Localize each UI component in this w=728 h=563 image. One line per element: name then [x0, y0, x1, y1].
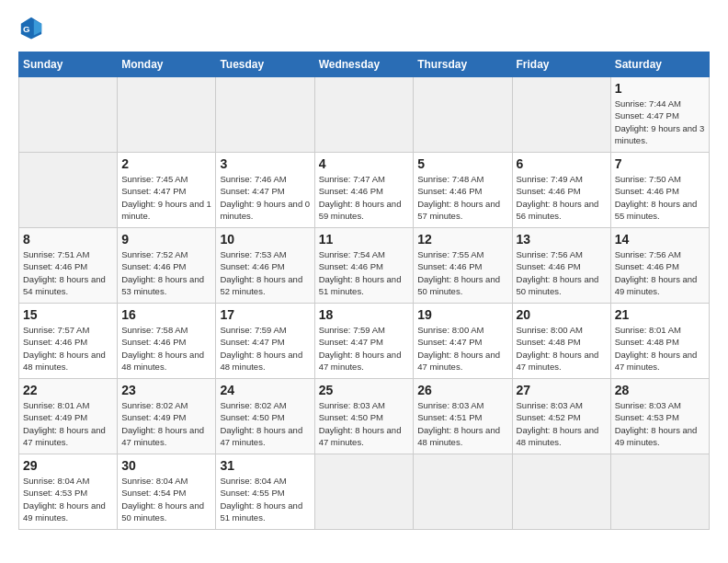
logo-icon: G [18, 15, 44, 40]
calendar-cell-empty [512, 454, 610, 530]
calendar-cell-day-25: 25Sunrise: 8:03 AMSunset: 4:50 PMDayligh… [314, 379, 414, 454]
calendar-cell-day-6: 6Sunrise: 7:49 AMSunset: 4:46 PMDaylight… [512, 153, 610, 228]
calendar-cell-day-5: 5Sunrise: 7:48 AMSunset: 4:46 PMDaylight… [414, 153, 512, 228]
calendar-cell-day-16: 16Sunrise: 7:58 AMSunset: 4:46 PMDayligh… [118, 304, 216, 379]
main-container: G SundayMondayTuesdayWednesdayThursdayFr… [0, 0, 728, 539]
calendar-cell-empty [512, 77, 610, 153]
calendar-cell-day-4: 4Sunrise: 7:47 AMSunset: 4:46 PMDaylight… [314, 153, 414, 228]
calendar-cell-day-8: 8Sunrise: 7:51 AMSunset: 4:46 PMDaylight… [19, 228, 118, 304]
calendar-cell-empty [314, 77, 414, 153]
calendar-cell-day-29: 29Sunrise: 8:04 AMSunset: 4:53 PMDayligh… [19, 454, 118, 530]
calendar-cell-day-12: 12Sunrise: 7:55 AMSunset: 4:46 PMDayligh… [414, 228, 512, 304]
calendar-header-row: SundayMondayTuesdayWednesdayThursdayFrid… [19, 52, 710, 77]
calendar-cell-day-21: 21Sunrise: 8:01 AMSunset: 4:48 PMDayligh… [610, 304, 709, 379]
calendar-cell-day-11: 11Sunrise: 7:54 AMSunset: 4:46 PMDayligh… [314, 228, 414, 304]
calendar-cell-day-26: 26Sunrise: 8:03 AMSunset: 4:51 PMDayligh… [414, 379, 512, 454]
calendar-cell-empty [216, 77, 314, 153]
calendar-header-saturday: Saturday [610, 52, 709, 77]
calendar-cell-day-10: 10Sunrise: 7:53 AMSunset: 4:46 PMDayligh… [216, 228, 314, 304]
calendar-cell-empty [314, 454, 414, 530]
calendar-cell-day-20: 20Sunrise: 8:00 AMSunset: 4:48 PMDayligh… [512, 304, 610, 379]
calendar-cell-empty [118, 77, 216, 153]
calendar-week-3: 8Sunrise: 7:51 AMSunset: 4:46 PMDaylight… [19, 228, 710, 304]
calendar-cell-empty [414, 454, 512, 530]
calendar-cell-day-13: 13Sunrise: 7:56 AMSunset: 4:46 PMDayligh… [512, 228, 610, 304]
calendar-cell-day-19: 19Sunrise: 8:00 AMSunset: 4:47 PMDayligh… [414, 304, 512, 379]
calendar-header-sunday: Sunday [19, 52, 118, 77]
calendar-cell-day-3: 3Sunrise: 7:46 AMSunset: 4:47 PMDaylight… [216, 153, 314, 228]
calendar-week-6: 29Sunrise: 8:04 AMSunset: 4:53 PMDayligh… [19, 454, 710, 530]
calendar-week-2: 2Sunrise: 7:45 AMSunset: 4:47 PMDaylight… [19, 153, 710, 228]
calendar-cell-day-2: 2Sunrise: 7:45 AMSunset: 4:47 PMDaylight… [118, 153, 216, 228]
calendar-week-4: 15Sunrise: 7:57 AMSunset: 4:46 PMDayligh… [19, 304, 710, 379]
calendar-table: SundayMondayTuesdayWednesdayThursdayFrid… [18, 52, 710, 530]
calendar-cell-day-27: 27Sunrise: 8:03 AMSunset: 4:52 PMDayligh… [512, 379, 610, 454]
calendar-cell-day-7: 7Sunrise: 7:50 AMSunset: 4:46 PMDaylight… [610, 153, 709, 228]
calendar-week-1: 1Sunrise: 7:44 AMSunset: 4:47 PMDaylight… [19, 77, 710, 153]
calendar-cell-day-18: 18Sunrise: 7:59 AMSunset: 4:47 PMDayligh… [314, 304, 414, 379]
calendar-cell-empty [414, 77, 512, 153]
calendar-week-5: 22Sunrise: 8:01 AMSunset: 4:49 PMDayligh… [19, 379, 710, 454]
logo: G [18, 15, 48, 40]
calendar-cell-day-17: 17Sunrise: 7:59 AMSunset: 4:47 PMDayligh… [216, 304, 314, 379]
calendar-cell-day-22: 22Sunrise: 8:01 AMSunset: 4:49 PMDayligh… [19, 379, 118, 454]
calendar-header-tuesday: Tuesday [216, 52, 314, 77]
calendar-cell-day-15: 15Sunrise: 7:57 AMSunset: 4:46 PMDayligh… [19, 304, 118, 379]
calendar-body: 1Sunrise: 7:44 AMSunset: 4:47 PMDaylight… [19, 77, 710, 530]
calendar-header-friday: Friday [512, 52, 610, 77]
calendar-cell-day-1: 1Sunrise: 7:44 AMSunset: 4:47 PMDaylight… [610, 77, 709, 153]
calendar-cell-day-23: 23Sunrise: 8:02 AMSunset: 4:49 PMDayligh… [118, 379, 216, 454]
calendar-cell-day-9: 9Sunrise: 7:52 AMSunset: 4:46 PMDaylight… [118, 228, 216, 304]
calendar-cell-empty [19, 153, 118, 228]
calendar-header-wednesday: Wednesday [314, 52, 414, 77]
calendar-cell-empty [19, 77, 118, 153]
calendar-header-thursday: Thursday [414, 52, 512, 77]
calendar-header-monday: Monday [118, 52, 216, 77]
calendar-cell-day-28: 28Sunrise: 8:03 AMSunset: 4:53 PMDayligh… [610, 379, 709, 454]
calendar-cell-empty [610, 454, 709, 530]
calendar-cell-day-31: 31Sunrise: 8:04 AMSunset: 4:55 PMDayligh… [216, 454, 314, 530]
calendar-cell-day-14: 14Sunrise: 7:56 AMSunset: 4:46 PMDayligh… [610, 228, 709, 304]
svg-text:G: G [23, 24, 30, 34]
calendar-cell-day-24: 24Sunrise: 8:02 AMSunset: 4:50 PMDayligh… [216, 379, 314, 454]
calendar-cell-day-30: 30Sunrise: 8:04 AMSunset: 4:54 PMDayligh… [118, 454, 216, 530]
header: G [18, 15, 710, 40]
